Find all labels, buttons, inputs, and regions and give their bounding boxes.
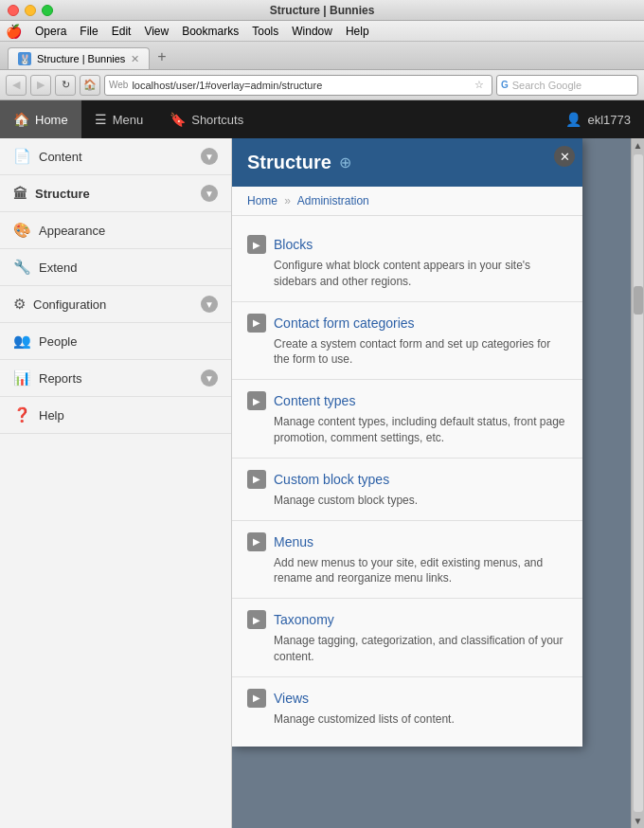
modal-breadcrumb: Home » Administration [232,187,582,216]
views-link[interactable]: Views [274,691,309,706]
browser-tab[interactable]: Structure | Bunnies ✕ [8,47,150,69]
scroll-down-button[interactable]: ▼ [632,814,644,828]
fullscreen-button[interactable] [42,5,53,16]
sidebar-appearance-label: Appearance [39,224,218,238]
sidebar-item-people[interactable]: 👥 People [0,323,231,360]
sidebar-item-configuration[interactable]: ⚙ Configuration ▼ [0,286,231,323]
section-blocks: ▶ Blocks Configure what block content ap… [232,224,582,302]
structure-arrow-icon: ▼ [201,185,218,202]
navbar-shortcuts[interactable]: 🔖 Shortcuts [156,100,257,138]
mac-menubar: 🍎 Opera File Edit View Bookmarks Tools W… [0,21,644,42]
configuration-icon: ⚙ [13,296,26,313]
overlay: ✕ Structure ⊕ Home » Administration [232,138,644,828]
navbar-home-label: Home [35,113,68,127]
main-wrap: 📄 Content ▼ 🏛 Structure ▼ 🎨 Appearance 🔧… [0,138,644,828]
section-views-header: ▶ Views [247,689,567,708]
navbar-home[interactable]: 🏠 Home [0,100,81,138]
structure-icon: 🏛 [13,186,27,202]
browser-toolbar: ◀ ▶ ↻ 🏠 Web localhost/user/1#overlay=adm… [0,70,644,100]
configuration-arrow-icon: ▼ [201,296,218,313]
user-icon: 👤 [565,112,581,127]
content-types-link[interactable]: Content types [274,393,355,408]
navbar-shortcuts-label: Shortcuts [191,113,243,127]
menu-window[interactable]: Window [292,25,332,38]
taxonomy-desc: Manage tagging, categorization, and clas… [274,633,567,665]
home-nav-button[interactable]: 🏠 [80,75,100,96]
sidebar-item-appearance[interactable]: 🎨 Appearance [0,212,231,249]
breadcrumb-home-link[interactable]: Home [247,194,277,207]
close-button[interactable] [8,5,19,16]
section-menus-header: ▶ Menus [247,532,567,551]
appearance-icon: 🎨 [13,222,31,239]
section-views: ▶ Views Manage customized lists of conte… [232,677,582,739]
google-search-icon: G [501,80,509,90]
home-icon: 🏠 [13,112,29,127]
custom-block-types-link[interactable]: Custom block types [274,472,389,487]
scroll-thumb[interactable] [634,286,643,315]
menu-edit[interactable]: Edit [112,25,132,38]
custom-block-types-desc: Manage custom block types. [274,493,567,509]
taxonomy-arrow-icon: ▶ [247,610,266,629]
menu-opera[interactable]: Opera [35,25,66,38]
reload-button[interactable]: ↻ [55,75,76,96]
shortcuts-icon: 🔖 [170,112,186,127]
sidebar-item-reports[interactable]: 📊 Reports ▼ [0,360,231,397]
navbar-menu[interactable]: ☰ Menu [81,100,157,138]
sidebar-configuration-label: Configuration [33,297,193,312]
section-blocks-header: ▶ Blocks [247,235,567,254]
modal-body: ▶ Blocks Configure what block content ap… [232,216,582,747]
search-bar[interactable]: G Search Google [496,75,638,96]
forward-button[interactable]: ▶ [30,75,51,96]
content-types-arrow-icon: ▶ [247,391,266,410]
tab-close-button[interactable]: ✕ [131,53,139,65]
scroll-track[interactable] [634,154,643,812]
menu-tools[interactable]: Tools [252,25,278,38]
sidebar: 📄 Content ▼ 🏛 Structure ▼ 🎨 Appearance 🔧… [0,138,232,828]
new-tab-button[interactable]: + [150,45,173,69]
address-bar[interactable]: Web localhost/user/1#overlay=admin/struc… [104,75,492,96]
taxonomy-link[interactable]: Taxonomy [274,612,334,627]
close-icon: ✕ [560,150,570,164]
menu-help[interactable]: Help [346,25,369,38]
contact-form-link[interactable]: Contact form categories [274,315,415,331]
tab-label: Structure | Bunnies [37,53,125,64]
structure-modal: ✕ Structure ⊕ Home » Administration [232,138,582,747]
menu-file[interactable]: File [80,25,98,38]
sidebar-reports-label: Reports [39,371,193,386]
blocks-desc: Configure what block content appears in … [274,258,567,290]
sidebar-item-content[interactable]: 📄 Content ▼ [0,138,231,175]
sidebar-structure-label: Structure [35,187,193,201]
sidebar-help-label: Help [39,408,218,423]
blocks-link[interactable]: Blocks [274,237,313,252]
breadcrumb-current: Administration [297,194,369,207]
reports-icon: 📊 [13,369,31,387]
sidebar-item-extend[interactable]: 🔧 Extend [0,249,231,286]
modal-close-button[interactable]: ✕ [554,146,575,167]
sidebar-extend-label: Extend [39,261,218,275]
menus-link[interactable]: Menus [274,534,313,549]
sidebar-item-structure[interactable]: 🏛 Structure ▼ [0,175,231,212]
drupal-navbar: 🏠 Home ☰ Menu 🔖 Shortcuts 👤 ekl1773 [0,100,644,138]
section-contact-form: ▶ Contact form categories Create a syste… [232,302,582,381]
content-area: Home » ek ✕ Structure ⊕ Home » Admini [232,138,644,828]
modal-scrollbar[interactable]: ▲ ▼ [631,138,644,828]
help-icon: ❓ [13,406,31,423]
content-icon: 📄 [13,148,31,165]
minimize-button[interactable] [25,5,36,16]
content-types-desc: Manage content types, including default … [274,414,567,446]
contact-form-desc: Create a system contact form and set up … [274,336,567,369]
section-custom-block-types: ▶ Custom block types Manage custom block… [232,459,582,521]
bookmark-star-icon[interactable]: ☆ [474,79,484,91]
apple-menu[interactable]: 🍎 [6,24,22,39]
scroll-up-button[interactable]: ▲ [632,138,644,153]
modal-plus-icon[interactable]: ⊕ [339,153,351,171]
menu-view[interactable]: View [144,25,169,38]
back-button[interactable]: ◀ [6,75,27,96]
traffic-lights [8,5,53,16]
section-menus: ▶ Menus Add new menus to your site, edit… [232,521,582,600]
sidebar-item-help[interactable]: ❓ Help [0,397,231,434]
menu-bookmarks[interactable]: Bookmarks [182,25,239,38]
reports-arrow-icon: ▼ [201,369,218,387]
blocks-arrow-icon: ▶ [247,235,266,254]
navbar-user[interactable]: 👤 ekl1773 [552,100,644,138]
